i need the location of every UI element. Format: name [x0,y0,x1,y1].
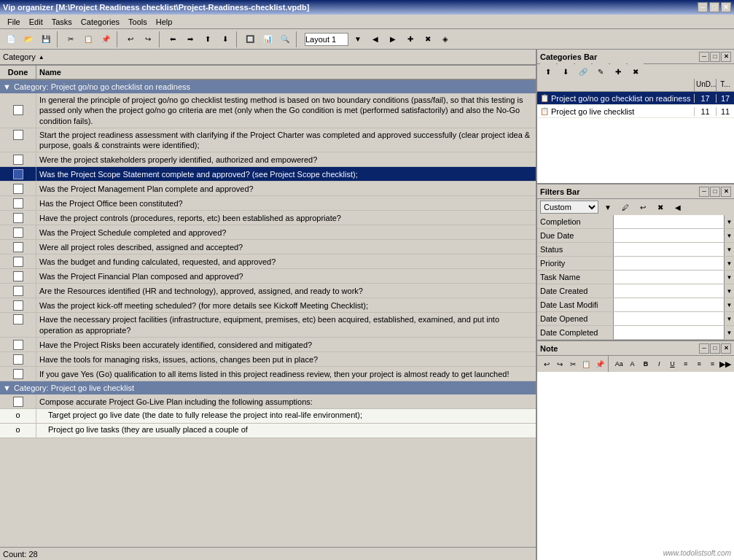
row-done-7[interactable] [0,225,36,239]
row-done-16[interactable] [0,367,36,381]
row-checkbox-4[interactable] [13,184,23,194]
cat-tb-btn-6[interactable]: ✖ [628,63,644,79]
note-tb-btn-2[interactable]: ↪ [553,356,566,372]
filter-value-2[interactable] [614,243,724,256]
row-checkbox-16[interactable] [13,369,23,379]
table-row[interactable]: Was the Project Management Plan complete… [0,182,536,196]
row-checkbox-12[interactable] [13,300,23,311]
group-toggle-2[interactable]: ▼ [3,384,11,392]
group-toggle-1[interactable]: ▼ [3,82,11,91]
filter-arrow-5[interactable]: ▼ [724,284,734,298]
row-done-0[interactable] [0,93,36,128]
layout-input[interactable]: Layout 1 [305,33,348,46]
filter-value-6[interactable] [614,298,724,311]
table-row[interactable]: Were the project stakeholders properly i… [0,152,536,167]
note-panel-btn-1[interactable]: ─ [699,343,709,354]
layout-btn-del[interactable]: ✖ [420,31,436,47]
note-tb-btn-10[interactable]: U [666,356,679,372]
tb-btn-1[interactable]: ⬅ [165,31,181,47]
note-tb-btn-9[interactable]: I [653,356,665,372]
undo-button[interactable]: ↩ [122,31,138,47]
tb-btn-5[interactable]: 🔲 [242,31,258,47]
layout-btn-1[interactable]: ◀ [367,31,383,47]
row-checkbox-7[interactable] [13,228,23,238]
row-checkbox-2[interactable] [13,155,23,165]
table-row[interactable]: Start the project readiness assessment w… [0,128,536,153]
table-row[interactable]: Was the Project Financial Plan composed … [0,269,536,284]
row-checkbox-11[interactable] [13,286,23,296]
note-content-area[interactable] [537,372,734,560]
filter-arrow-7[interactable]: ▼ [724,312,734,325]
table-row[interactable]: Was the Project Scope Statement complete… [0,167,536,182]
cut-button[interactable]: ✂ [63,31,79,47]
cat-tb-btn-1[interactable]: ⬆ [540,63,556,79]
minimize-button[interactable]: ─ [698,2,708,12]
layout-btn-3[interactable]: ◈ [437,31,453,47]
row-done-12[interactable] [0,298,36,312]
cat-panel-btn-1[interactable]: ─ [699,52,709,62]
copy-button[interactable]: 📋 [80,31,96,47]
cat-tb-btn-2[interactable]: ⬇ [558,63,574,79]
filter-panel-btn-2[interactable]: □ [710,187,720,197]
row-checkbox-9[interactable] [13,257,23,267]
table-row[interactable]: Have the project controls (procedures, r… [0,211,536,225]
table-row[interactable]: Was the Project Schedule completed and a… [0,225,536,240]
tb-btn-7[interactable]: 🔍 [277,31,293,47]
filter-arrow-1[interactable]: ▼ [724,229,734,242]
note-panel-btn-3[interactable]: ✕ [721,343,731,354]
note-tb-btn-1[interactable]: ↩ [540,356,553,372]
row-done-13[interactable] [0,313,36,337]
note-tb-btn-13[interactable]: ≡ [706,356,719,372]
menu-edit[interactable]: Edit [25,16,47,28]
filter-arrow-2[interactable]: ▼ [724,243,734,256]
menu-tasks[interactable]: Tasks [47,16,77,28]
note-tb-btn-8[interactable]: B [639,356,652,372]
row-checkbox-6[interactable] [13,213,23,223]
table-row[interactable]: Are the Resources identified (HR and tec… [0,284,536,298]
filter-value-8[interactable] [614,326,724,339]
filter-value-0[interactable] [614,215,724,228]
tb-btn-2[interactable]: ➡ [182,31,198,47]
row-done-1[interactable] [0,128,36,152]
filter-arrow-4[interactable]: ▼ [724,271,734,284]
note-panel-btn-2[interactable]: □ [710,343,720,354]
cat-tb-btn-4[interactable]: ✎ [593,63,609,79]
filter-arrow-3[interactable]: ▼ [724,257,734,270]
menu-categories[interactable]: Categories [77,16,124,28]
filter-tb-btn-5[interactable]: ◀ [670,199,686,215]
filter-value-5[interactable] [614,284,724,298]
row-checkbox-15[interactable] [13,354,23,365]
filter-arrow-0[interactable]: ▼ [724,215,734,228]
filter-tb-btn-2[interactable]: 🖊 [617,199,633,215]
save-button[interactable]: 💾 [38,31,54,47]
table-row[interactable]: Was the budget and funding calculated, r… [0,254,536,269]
filter-arrow-6[interactable]: ▼ [724,298,734,311]
row-done-10[interactable] [0,269,36,283]
filter-tb-btn-4[interactable]: ✖ [652,199,668,215]
row-checkbox-8[interactable] [13,242,23,252]
tb-btn-4[interactable]: ⬇ [217,31,233,47]
cat-panel-btn-3[interactable]: ✕ [721,52,731,62]
table-row[interactable]: Has the Project Office been constituted? [0,196,536,211]
filter-panel-btn-3[interactable]: ✕ [721,187,731,197]
row-checkbox-1[interactable] [13,130,23,140]
row-checkbox-0[interactable] [13,105,23,115]
layout-dropdown[interactable]: ▼ [350,31,366,47]
menu-tools[interactable]: Tools [124,16,152,28]
paste-button[interactable]: 📌 [98,31,114,47]
table-row[interactable]: Have the necessary project facilities (i… [0,313,536,338]
maximize-button[interactable]: □ [709,2,719,12]
filter-tb-btn-3[interactable]: ↩ [635,199,651,215]
table-content[interactable]: ▼ Category: Project go/no go checklist o… [0,80,536,547]
row-done-5[interactable] [0,196,36,210]
layout-btn-2[interactable]: ▶ [385,31,401,47]
menu-file[interactable]: File [3,16,25,28]
note-tb-btn-11[interactable]: ≡ [679,356,692,372]
note-tb-btn-12[interactable]: ≡ [692,356,705,372]
row-done-g2-0[interactable] [0,394,36,408]
row-checkbox-10[interactable] [13,271,23,281]
menu-help[interactable]: Help [152,16,177,28]
table-row[interactable]: Was the project kick-off meeting schedul… [0,298,536,313]
row-done-9[interactable] [0,254,36,268]
row-done-2[interactable] [0,152,36,166]
